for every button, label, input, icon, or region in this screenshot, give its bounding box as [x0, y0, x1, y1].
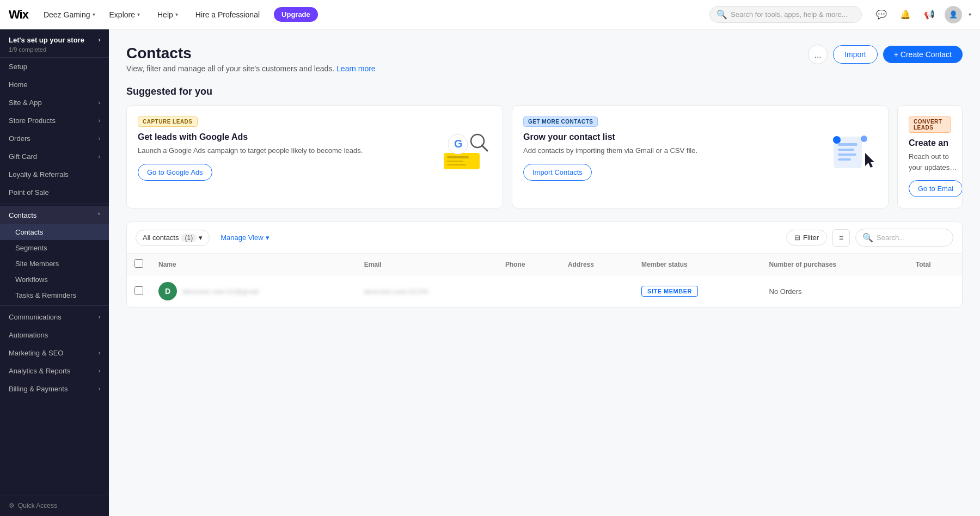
svg-text:G: G [454, 138, 463, 150]
sidebar-item-home[interactable]: Home [0, 76, 109, 94]
sidebar-subitem-tasks-reminders[interactable]: Tasks & Reminders [0, 287, 109, 303]
manage-view-button[interactable]: Manage View ▾ [215, 230, 275, 245]
row-member-status-cell: SITE MEMBER [634, 275, 762, 308]
megaphone-icon[interactable]: 📢 [921, 6, 938, 23]
col-header-member-status[interactable]: Member status [634, 254, 762, 275]
row-checkbox[interactable] [134, 286, 143, 295]
page-header: Contacts View, filter and manage all of … [126, 45, 963, 73]
nav-hire[interactable]: Hire a Professional [192, 8, 263, 21]
nav-help[interactable]: Help ▾ [154, 8, 181, 21]
svg-rect-9 [838, 143, 857, 146]
svg-line-7 [482, 145, 487, 151]
svg-marker-13 [865, 153, 874, 168]
top-navigation: Wix Deez Gaming ▾ Explore ▾ Help ▾ Hire … [0, 0, 980, 29]
card-tag-convert: CONVERT LEADS [909, 116, 951, 133]
setup-title-text: Let's set up your store [9, 36, 84, 44]
setup-progress: 1/9 completed [9, 46, 100, 53]
col-header-name[interactable]: Name [151, 254, 357, 275]
card-2-body: Grow your contact list Add contacts by i… [523, 132, 877, 197]
col-header-purchases[interactable]: Number of purchases [762, 254, 908, 275]
upgrade-button[interactable]: Upgrade [274, 7, 318, 22]
global-search[interactable]: 🔍 [709, 6, 862, 23]
contact-email-blurred: descreet.user.01234 [364, 287, 428, 296]
search-input[interactable] [731, 10, 855, 19]
no-orders-label: No Orders [769, 287, 802, 296]
avatar[interactable]: 👤 [945, 6, 962, 23]
contacts-table: Name Email Phone Address Member status N… [127, 254, 962, 308]
sidebar-item-orders[interactable]: Orders › [0, 130, 109, 148]
sidebar-item-billing[interactable]: Billing & Payments › [0, 380, 109, 398]
col-header-phone[interactable]: Phone [498, 254, 560, 275]
card-3-text: Create an Reach out to your updates… Go … [909, 138, 963, 197]
avatar-chevron-icon[interactable]: ▾ [969, 11, 971, 17]
setup-chevron-icon: › [99, 37, 100, 43]
select-all-checkbox[interactable] [134, 259, 143, 268]
learn-more-link[interactable]: Learn more [336, 64, 376, 73]
import-contacts-button[interactable]: Import Contacts [523, 164, 592, 181]
columns-button[interactable]: ≡ [832, 229, 850, 247]
nav-icon-group: 💬 🔔 📢 👤 ▾ [873, 6, 971, 23]
brand-chevron-icon: ▾ [93, 11, 95, 17]
wix-logo: Wix [9, 8, 28, 22]
nav-explore[interactable]: Explore ▾ [106, 8, 143, 21]
import-button[interactable]: Import [833, 45, 878, 64]
table-search-icon: 🔍 [862, 232, 873, 243]
row-purchases-cell: No Orders [762, 275, 908, 308]
col-header-address[interactable]: Address [560, 254, 634, 275]
svg-rect-12 [838, 158, 851, 161]
sidebar-subitem-site-members[interactable]: Site Members [0, 256, 109, 272]
main-layout: Let's set up your store › 1/9 completed … [0, 29, 980, 516]
col-header-total[interactable]: Total [908, 254, 962, 275]
setup-title[interactable]: Let's set up your store › [9, 36, 100, 44]
filter-dropdown[interactable]: All contacts (1) ▾ [136, 230, 210, 246]
create-contact-button[interactable]: + Create Contact [883, 46, 963, 63]
sidebar-item-gift-card[interactable]: Gift Card › [0, 148, 109, 165]
more-options-button[interactable]: ... [808, 45, 828, 64]
sidebar-item-store-products[interactable]: Store Products › [0, 112, 109, 130]
page-header-actions: ... Import + Create Contact [808, 45, 963, 64]
sidebar-item-analytics[interactable]: Analytics & Reports › [0, 362, 109, 380]
row-address-cell [560, 275, 634, 308]
sidebar-item-automations[interactable]: Automations [0, 326, 109, 344]
sidebar-item-marketing[interactable]: Marketing & SEO › [0, 344, 109, 362]
sidebar-item-setup[interactable]: Setup [0, 58, 109, 76]
sidebar-subitem-segments[interactable]: Segments [0, 240, 109, 256]
table-toolbar: All contacts (1) ▾ Manage View ▾ ⊟ Filte… [127, 222, 962, 254]
store-products-chevron-icon: › [99, 118, 100, 124]
row-phone-cell [498, 275, 560, 308]
sidebar-subitem-contacts[interactable]: Contacts [0, 224, 109, 240]
card-2-description: Add contacts by importing them via Gmail… [523, 145, 697, 156]
brand-selector[interactable]: Deez Gaming ▾ [44, 10, 95, 19]
email-button[interactable]: Go to Emai [909, 180, 963, 197]
svg-rect-10 [838, 149, 854, 151]
table-row[interactable]: D descreet.user.01@gmail descreet.user.0… [127, 275, 962, 308]
suggestion-card-import: GET MORE CONTACTS Grow your contact list… [512, 105, 889, 208]
col-header-email[interactable]: Email [357, 254, 498, 275]
messages-icon[interactable]: 💬 [873, 6, 890, 23]
site-app-chevron-icon: › [99, 100, 100, 106]
sidebar-divider-2 [0, 305, 109, 306]
sidebar-item-loyalty[interactable]: Loyalty & Referrals [0, 165, 109, 183]
table-body: D descreet.user.01@gmail descreet.user.0… [127, 275, 962, 308]
card-3-body: Create an Reach out to your updates… Go … [909, 138, 951, 197]
svg-point-14 [833, 136, 841, 144]
suggested-title: Suggested for you [126, 86, 963, 97]
filter-btn-label: Filter [803, 234, 819, 242]
row-checkbox-cell[interactable] [127, 275, 151, 308]
sidebar-subitem-workflows[interactable]: Workflows [0, 272, 109, 287]
search-icon: 🔍 [716, 9, 727, 20]
table-search[interactable]: 🔍 [855, 229, 953, 247]
google-ads-button[interactable]: Go to Google Ads [138, 164, 212, 181]
notifications-icon[interactable]: 🔔 [897, 6, 914, 23]
sidebar-item-contacts[interactable]: Contacts ˄ [0, 206, 109, 224]
filter-button[interactable]: ⊟ Filter [786, 230, 827, 245]
sidebar-item-pos[interactable]: Point of Sale [0, 183, 109, 201]
table-search-input[interactable] [877, 234, 946, 242]
contacts-table-container: All contacts (1) ▾ Manage View ▾ ⊟ Filte… [126, 222, 963, 308]
quick-access-btn[interactable]: ⚙ Quick Access [0, 495, 109, 516]
card-1-body: Get leads with Google Ads Launch a Googl… [138, 132, 492, 197]
import-contacts-svg [828, 132, 877, 176]
sidebar-item-site-app[interactable]: Site & App › [0, 94, 109, 112]
card-1-text: Get leads with Google Ads Launch a Googl… [138, 132, 363, 181]
sidebar-item-communications[interactable]: Communications › [0, 308, 109, 326]
